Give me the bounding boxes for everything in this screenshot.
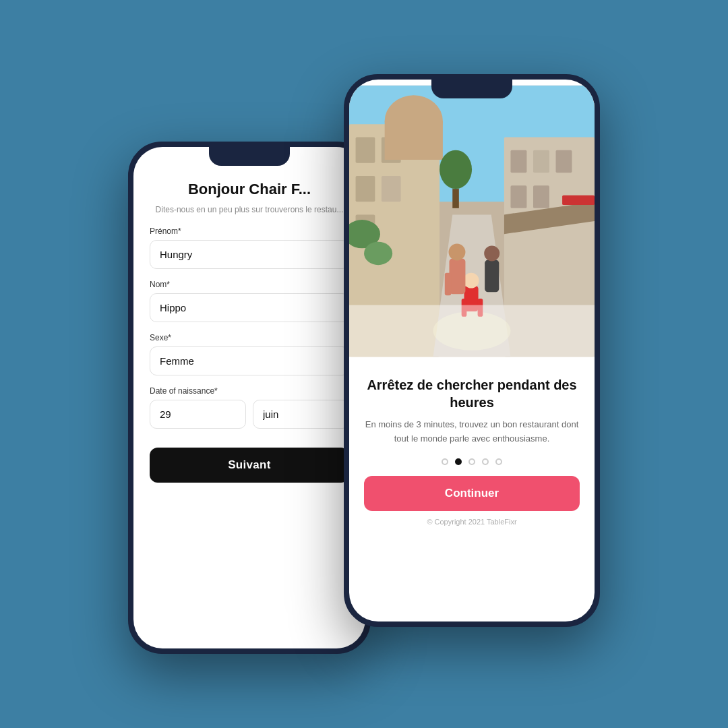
dot-2[interactable] [455, 458, 462, 465]
nom-group: Nom* [150, 280, 349, 322]
onboarding-desc: En moins de 3 minutes, trouvez un bon re… [364, 418, 580, 446]
svg-rect-29 [485, 260, 499, 292]
sexe-group: Sexe* [150, 333, 349, 375]
form-title: Bonjour Chair F... [188, 181, 311, 198]
svg-point-23 [464, 273, 479, 289]
svg-rect-15 [533, 185, 549, 208]
dob-group: Date of naissance* [150, 386, 349, 429]
notch-back [209, 147, 290, 166]
svg-rect-28 [445, 273, 452, 296]
phone-back: Bonjour Chair F... Dites-nous en un peu … [128, 142, 371, 654]
svg-rect-13 [556, 150, 572, 173]
svg-rect-6 [382, 176, 401, 202]
svg-rect-3 [356, 137, 375, 162]
svg-rect-26 [449, 259, 465, 295]
svg-rect-12 [533, 150, 549, 173]
svg-point-18 [439, 150, 472, 189]
onboarding-screen: Arrêtez de chercher pendant des heures E… [349, 80, 595, 621]
form-subtitle: Dites-nous en un peu plus sur trouverons… [156, 204, 344, 216]
onboarding-title: Arrêtez de chercher pendant des heures [364, 376, 580, 411]
dot-5[interactable] [495, 458, 502, 465]
dob-label: Date of naissance* [150, 386, 349, 396]
suivant-button[interactable]: Suivant [150, 448, 349, 483]
street-illustration [349, 80, 595, 363]
dob-month-input[interactable] [253, 400, 349, 429]
dob-day-input[interactable] [150, 400, 246, 429]
svg-rect-9 [385, 121, 443, 160]
form-screen: Bonjour Chair F... Dites-nous en un peu … [133, 147, 365, 648]
svg-point-33 [364, 242, 392, 265]
continuer-button[interactable]: Continuer [364, 476, 580, 511]
prenom-label: Prénom* [150, 226, 349, 236]
prenom-input[interactable] [150, 240, 349, 269]
svg-rect-31 [349, 305, 595, 357]
sexe-input[interactable] [150, 346, 349, 375]
svg-rect-19 [452, 189, 459, 208]
svg-point-27 [449, 244, 466, 261]
nom-label: Nom* [150, 280, 349, 289]
notch-front [431, 80, 512, 98]
svg-rect-11 [510, 150, 526, 173]
sexe-label: Sexe* [150, 333, 349, 342]
nom-input[interactable] [150, 293, 349, 322]
phone-front: Arrêtez de chercher pendant des heures E… [344, 74, 600, 627]
svg-rect-17 [562, 195, 595, 205]
dot-1[interactable] [442, 458, 448, 465]
svg-point-30 [484, 245, 499, 261]
date-row [150, 400, 349, 429]
copyright-text: © Copyright 2021 TableFixr [427, 518, 516, 526]
prenom-group: Prénom* [150, 226, 349, 269]
onboarding-content: Arrêtez de chercher pendant des heures E… [349, 363, 595, 621]
phones-container: Bonjour Chair F... Dites-nous en un peu … [128, 74, 600, 654]
svg-rect-14 [510, 185, 526, 208]
svg-rect-5 [356, 176, 375, 202]
dot-3[interactable] [468, 458, 475, 465]
dot-4[interactable] [482, 458, 489, 465]
pagination-dots [442, 458, 502, 465]
photo-section [349, 80, 595, 363]
